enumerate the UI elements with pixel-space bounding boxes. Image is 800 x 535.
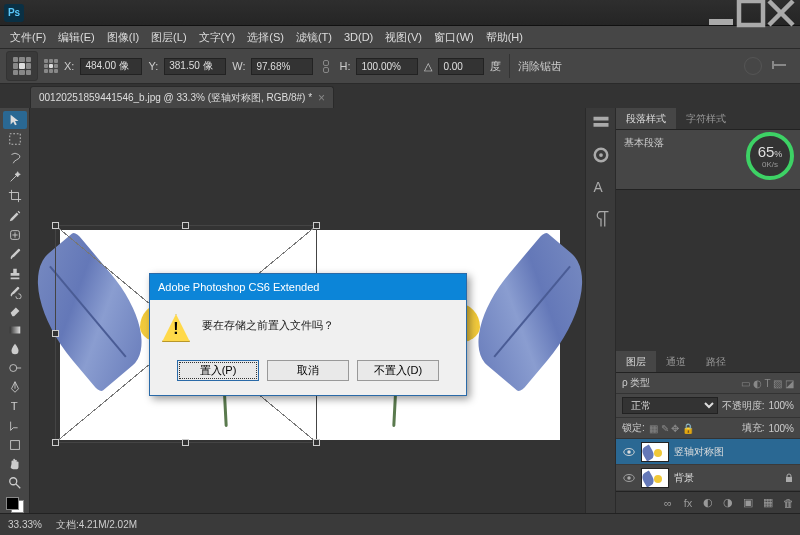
group-icon[interactable]: ▣ [740,495,756,510]
hand-tool[interactable] [3,455,27,473]
x-input[interactable] [80,58,142,75]
document-tabbar: 00120251859441546_b.jpg @ 33.3% (竖轴对称图, … [0,84,800,108]
svg-point-12 [599,153,603,157]
menu-select[interactable]: 选择(S) [241,28,290,47]
layer-row[interactable]: 背景 [616,465,800,491]
tools-panel: T [0,108,30,513]
zoom-tool[interactable] [3,474,27,492]
filter-icon[interactable]: ▭ ◐ T ▧ ◪ [741,378,794,389]
menu-window[interactable]: 窗口(W) [428,28,480,47]
stamp-tool[interactable] [3,264,27,282]
close-button[interactable] [766,3,796,23]
close-tab-icon[interactable]: × [318,91,325,105]
path-tool[interactable] [3,417,27,435]
blend-mode-select[interactable]: 正常 [622,397,718,414]
cancel-button[interactable]: 取消 [267,360,349,381]
layer-name[interactable]: 背景 [674,471,779,485]
document-tab[interactable]: 00120251859441546_b.jpg @ 33.3% (竖轴对称图, … [30,86,334,108]
gradient-tool[interactable] [3,321,27,339]
paragraph-style-tabs: 段落样式 字符样式 [616,108,800,130]
history-panel-icon[interactable] [591,114,611,132]
menu-3d[interactable]: 3D(D) [338,29,379,45]
lasso-tool[interactable] [3,149,27,167]
status-bar: 33.33% 文档:4.21M/2.02M [0,513,800,535]
tab-paths[interactable]: 路径 [696,351,736,372]
svg-point-8 [9,478,16,485]
magicwand-tool[interactable] [3,168,27,186]
brush-tool[interactable] [3,245,27,263]
shape-tool[interactable] [3,436,27,454]
arrange-icon[interactable] [770,59,788,73]
adjustment-icon[interactable]: ◑ [720,495,736,510]
trash-icon[interactable]: 🗑 [780,495,796,510]
character-panel-icon[interactable]: A [591,178,611,196]
angle-input[interactable] [438,58,484,75]
color-swatch[interactable] [6,497,24,513]
menu-edit[interactable]: 编辑(E) [52,28,101,47]
doc-size[interactable]: 文档:4.21M/2.02M [56,518,137,532]
maximize-button[interactable] [736,3,766,23]
blur-tool[interactable] [3,340,27,358]
dialog-title[interactable]: Adobe Photoshop CS6 Extended [150,274,466,300]
mask-icon[interactable]: ◐ [700,495,716,510]
marquee-tool[interactable] [3,130,27,148]
minimize-button[interactable] [706,3,736,23]
visibility-icon[interactable] [622,445,636,459]
fill-value[interactable]: 100% [768,423,794,434]
user-icon[interactable] [744,57,762,75]
move-tool[interactable] [3,111,27,129]
reference-point-icon[interactable] [6,51,38,81]
menu-filter[interactable]: 滤镜(T) [290,28,338,47]
history-brush-tool[interactable] [3,283,27,301]
transform-handle[interactable] [313,222,320,229]
visibility-icon[interactable] [622,471,636,485]
crop-tool[interactable] [3,187,27,205]
place-button[interactable]: 置入(P) [177,360,259,381]
lock-icons[interactable]: ▦ ✎ ✥ 🔒 [649,423,694,434]
reference-point-selector[interactable] [44,59,58,73]
transform-handle[interactable] [52,222,59,229]
antialias-label[interactable]: 消除锯齿 [518,59,562,74]
menu-image[interactable]: 图像(I) [101,28,145,47]
link-layers-icon[interactable]: ∞ [660,495,676,510]
transform-handle[interactable] [182,222,189,229]
opacity-value[interactable]: 100% [768,400,794,411]
tab-paragraph-styles[interactable]: 段落样式 [616,108,676,129]
type-tool[interactable]: T [3,397,27,415]
tab-channels[interactable]: 通道 [656,351,696,372]
properties-panel-icon[interactable] [591,146,611,164]
y-input[interactable] [164,58,226,75]
menu-help[interactable]: 帮助(H) [480,28,529,47]
link-icon[interactable] [319,56,333,76]
layer-row[interactable]: 竖轴对称图 [616,439,800,465]
paragraph-panel-icon[interactable] [591,210,611,228]
pen-tool[interactable] [3,378,27,396]
healing-tool[interactable] [3,226,27,244]
menu-type[interactable]: 文字(Y) [193,28,242,47]
transform-handle[interactable] [313,439,320,446]
gauge-value: 65 [758,143,775,160]
layer-name[interactable]: 竖轴对称图 [674,445,794,459]
layer-thumbnail[interactable] [641,442,669,462]
w-input[interactable] [251,58,313,75]
eyedropper-tool[interactable] [3,206,27,224]
tab-layers[interactable]: 图层 [616,351,656,372]
dont-place-button[interactable]: 不置入(D) [357,360,439,381]
x-label: X: [64,60,74,72]
transform-handle[interactable] [52,439,59,446]
menu-view[interactable]: 视图(V) [379,28,428,47]
svg-text:A: A [593,180,603,195]
layers-panel: 图层 通道 路径 ρ 类型 ▭ ◐ T ▧ ◪ 正常 不透明度: 100% 锁定… [616,351,800,513]
layer-thumbnail[interactable] [641,468,669,488]
new-layer-icon[interactable]: ▦ [760,495,776,510]
h-input[interactable] [356,58,418,75]
transform-handle[interactable] [182,439,189,446]
zoom-level[interactable]: 33.33% [8,519,42,530]
menu-file[interactable]: 文件(F) [4,28,52,47]
dodge-tool[interactable] [3,359,27,377]
eraser-tool[interactable] [3,302,27,320]
warning-icon [162,314,190,342]
menu-layer[interactable]: 图层(L) [145,28,192,47]
fx-icon[interactable]: fx [680,495,696,510]
tab-character-styles[interactable]: 字符样式 [676,108,736,129]
